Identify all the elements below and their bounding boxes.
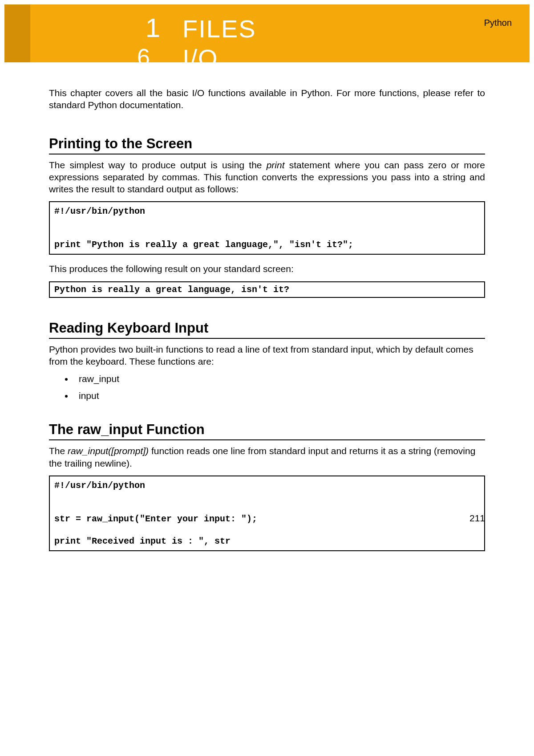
- print-keyword: print: [267, 160, 285, 170]
- page-content: This chapter covers all the basic I/O fu…: [49, 87, 485, 559]
- chapter-title-line2: I/O: [182, 44, 218, 62]
- rawinput-paragraph: The raw_input([prompt]) function reads o…: [49, 445, 485, 469]
- chapter-title-line1: FILES: [182, 14, 256, 43]
- rawinput-signature: raw_input([prompt]): [68, 446, 149, 456]
- chapter-number-part1: 1: [142, 12, 160, 43]
- section-heading-rawinput: The raw_input Function: [49, 422, 485, 440]
- result-intro-text: This produces the following result on yo…: [49, 263, 485, 275]
- banner-left-stripe: [4, 4, 30, 62]
- code-block-print: #!/usr/bin/python print "Python is reall…: [49, 201, 485, 255]
- section-heading-reading: Reading Keyboard Input: [49, 320, 485, 339]
- chapter-number-part2: 6.: [137, 44, 156, 62]
- chapter-banner: 1 6. FILES I/O Python: [4, 4, 530, 62]
- text: The simplest way to produce output is us…: [49, 160, 267, 170]
- language-label: Python: [484, 18, 512, 28]
- text: The: [49, 446, 68, 456]
- intro-paragraph: This chapter covers all the basic I/O fu…: [49, 87, 485, 111]
- list-item: input: [73, 390, 485, 401]
- function-list: raw_input input: [73, 374, 485, 401]
- code-block-rawinput: #!/usr/bin/python str = raw_input("Enter…: [49, 476, 485, 551]
- reading-paragraph: Python provides two built-in functions t…: [49, 343, 485, 368]
- printing-paragraph: The simplest way to produce output is us…: [49, 159, 485, 195]
- code-output-block: Python is really a great language, isn't…: [49, 281, 485, 298]
- page-number: 211: [469, 513, 485, 524]
- list-item: raw_input: [73, 374, 485, 384]
- section-heading-printing: Printing to the Screen: [49, 136, 485, 154]
